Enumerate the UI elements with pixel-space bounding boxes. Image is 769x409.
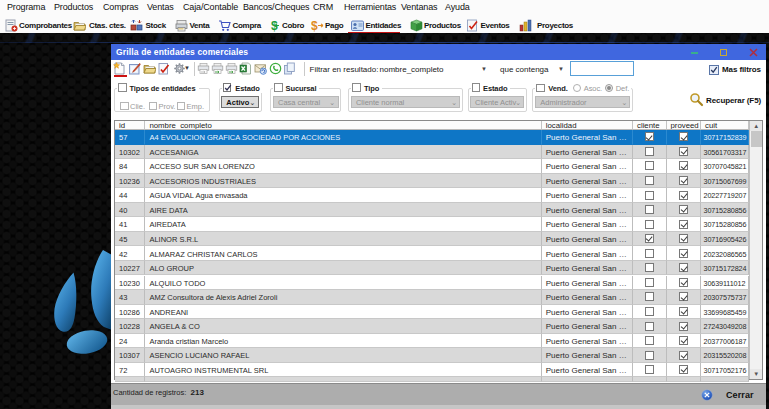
svg-text:$: $ — [311, 19, 318, 32]
